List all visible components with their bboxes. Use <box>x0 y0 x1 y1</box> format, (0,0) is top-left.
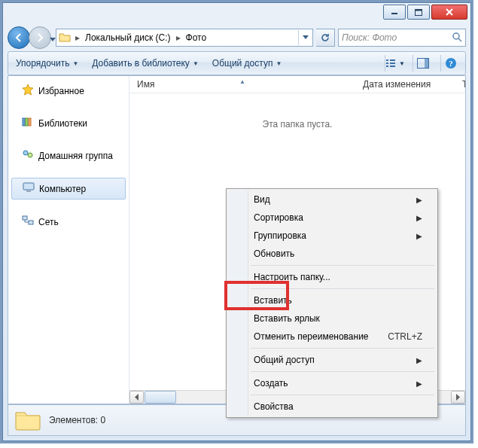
search-input[interactable]: Поиск: Фото <box>338 29 466 47</box>
sidebar-item-favorites[interactable]: Избранное <box>8 81 129 101</box>
ctx-properties[interactable]: Свойства <box>228 398 436 416</box>
svg-rect-16 <box>26 118 28 126</box>
add-to-library-menu[interactable]: Добавить в библиотеку ▼ <box>89 56 201 70</box>
sidebar-item-computer[interactable]: Компьютер <box>11 178 126 200</box>
address-bar[interactable]: ▸ Локальный диск (C:) ▸ Фото <box>56 29 313 47</box>
organize-label: Упорядочить <box>16 58 69 69</box>
sidebar-item-label: Избранное <box>38 86 84 96</box>
chevron-down-icon: ▼ <box>193 60 199 67</box>
nav-buttons <box>8 26 53 49</box>
column-label: Имя <box>137 79 154 90</box>
chevron-down-icon: ▼ <box>72 60 78 67</box>
chevron-right-icon: ▸ <box>73 32 82 43</box>
search-placeholder: Поиск: Фото <box>342 32 397 43</box>
sidebar-item-label: Сеть <box>38 217 59 227</box>
chevron-right-icon: ▶ <box>416 196 422 204</box>
svg-rect-15 <box>23 118 25 126</box>
sidebar-item-network[interactable]: Сеть <box>8 212 129 232</box>
chevron-down-icon: ▼ <box>276 60 282 67</box>
sidebar-item-libraries[interactable]: Библиотеки <box>8 113 129 133</box>
scroll-right-button[interactable] <box>451 391 465 404</box>
column-type[interactable]: Тип <box>455 79 465 90</box>
star-icon <box>22 84 34 98</box>
ctx-refresh[interactable]: Обновить <box>228 245 436 263</box>
add-to-library-label: Добавить в библиотеку <box>92 58 190 69</box>
ctx-sort[interactable]: Сортировка▶ <box>228 209 436 227</box>
scroll-thumb[interactable] <box>145 391 176 404</box>
breadcrumb-seg2[interactable]: Фото <box>183 30 210 45</box>
preview-pane-button[interactable] <box>413 55 433 72</box>
empty-folder-message: Эта папка пуста. <box>129 119 465 130</box>
svg-rect-6 <box>386 62 388 64</box>
svg-text:?: ? <box>449 59 453 68</box>
minimize-button[interactable] <box>383 5 406 20</box>
ctx-label: Свойства <box>254 401 294 412</box>
maximize-button[interactable] <box>407 5 430 20</box>
sort-asc-icon: ▲ <box>239 78 245 85</box>
ctx-undo-rename[interactable]: Отменить переименованиеCTRL+Z <box>228 328 436 346</box>
svg-rect-12 <box>425 59 428 68</box>
folder-icon <box>56 30 73 45</box>
ctx-customize[interactable]: Настроить папку... <box>228 268 436 286</box>
svg-rect-8 <box>390 59 395 61</box>
svg-rect-17 <box>29 118 31 126</box>
sidebar-item-label: Домашняя группа <box>38 151 113 161</box>
svg-rect-9 <box>390 62 395 64</box>
help-button[interactable]: ? <box>440 55 461 72</box>
svg-point-3 <box>453 33 459 39</box>
share-menu[interactable]: Общий доступ ▼ <box>209 56 285 70</box>
sidebar-item-label: Библиотеки <box>38 118 87 129</box>
svg-point-18 <box>23 151 28 155</box>
libraries-icon <box>22 116 34 130</box>
breadcrumb-seg1[interactable]: Локальный диск (C:) <box>82 30 174 45</box>
nav-history-dropdown[interactable] <box>50 34 57 41</box>
homegroup-icon <box>22 148 34 163</box>
computer-icon <box>23 181 35 196</box>
svg-rect-7 <box>386 66 388 67</box>
ctx-label: Сортировка <box>254 212 303 223</box>
refresh-button[interactable] <box>316 29 335 47</box>
explorer-window: ▸ Локальный диск (C:) ▸ Фото Поиск: Фото… <box>2 2 471 441</box>
ctx-label: Обновить <box>254 248 294 259</box>
ctx-group[interactable]: Группировка▶ <box>228 227 436 245</box>
ctx-label: Отменить переименование <box>254 331 369 342</box>
svg-rect-22 <box>23 216 27 220</box>
ctx-share[interactable]: Общий доступ▶ <box>228 351 436 369</box>
context-menu: Вид▶ Сортировка▶ Группировка▶ Обновить Н… <box>226 188 438 418</box>
ctx-new[interactable]: Создать▶ <box>228 374 436 392</box>
organize-menu[interactable]: Упорядочить ▼ <box>13 56 81 70</box>
ctx-paste[interactable]: Вставить <box>228 291 436 309</box>
svg-line-4 <box>458 38 461 41</box>
column-label: Тип <box>462 79 465 90</box>
ctx-label: Настроить папку... <box>254 272 330 282</box>
status-items-count: Элементов: 0 <box>49 415 105 425</box>
ctx-view[interactable]: Вид▶ <box>228 190 436 209</box>
share-label: Общий доступ <box>212 58 273 69</box>
ctx-label: Общий доступ <box>254 355 315 365</box>
toolbar: Упорядочить ▼ Добавить в библиотеку ▼ Об… <box>8 51 466 75</box>
view-options-button[interactable]: ▼ <box>385 55 405 72</box>
ctx-label: Вставить ярлык <box>254 313 320 324</box>
chevron-right-icon: ▶ <box>416 379 422 388</box>
forward-button[interactable] <box>29 26 51 49</box>
folder-icon <box>14 408 41 433</box>
column-date[interactable]: Дата изменения <box>355 79 455 90</box>
svg-rect-10 <box>390 66 395 67</box>
ctx-paste-shortcut[interactable]: Вставить ярлык <box>228 309 436 328</box>
ctx-label: Создать <box>254 378 288 389</box>
svg-rect-5 <box>386 59 388 61</box>
sidebar-item-homegroup[interactable]: Домашняя группа <box>8 145 129 166</box>
column-name[interactable]: Имя ▲ <box>129 79 355 90</box>
ctx-label: Вид <box>254 194 270 205</box>
chevron-right-icon: ▶ <box>416 232 422 240</box>
search-icon <box>452 32 462 44</box>
scroll-left-button[interactable] <box>129 391 144 404</box>
svg-rect-21 <box>26 190 31 192</box>
close-button[interactable] <box>431 5 467 20</box>
sidebar-item-label: Компьютер <box>39 184 86 194</box>
back-button[interactable] <box>8 26 30 49</box>
ctx-label: Группировка <box>254 230 306 241</box>
chevron-right-icon: ▶ <box>416 214 422 222</box>
address-dropdown[interactable] <box>298 30 312 45</box>
ctx-label: Вставить <box>254 295 292 306</box>
